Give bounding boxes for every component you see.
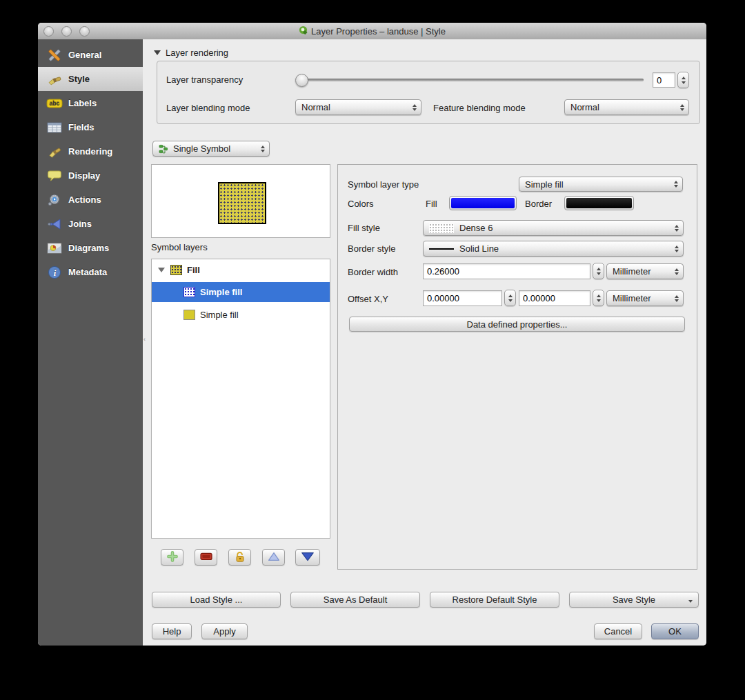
apply-button[interactable]: Apply <box>201 623 248 639</box>
symbol-layer-type-label: Symbol layer type <box>348 179 419 190</box>
border-style-select[interactable]: Solid Line <box>423 241 684 257</box>
window-title: Layer Properties – landuse | Style <box>311 26 446 37</box>
border-width-unit-value: Millimeter <box>613 266 651 277</box>
sidebar-item-diagrams[interactable]: Diagrams <box>38 236 143 260</box>
offset-unit-value: Millimeter <box>613 293 651 303</box>
fields-icon <box>46 120 63 135</box>
border-color-button[interactable] <box>564 196 634 210</box>
sidebar-item-label: General <box>68 50 101 60</box>
select-arrows-icon <box>680 104 684 111</box>
move-layer-down-button[interactable] <box>295 549 320 566</box>
save-style-button[interactable]: Save Style <box>569 592 699 608</box>
layer-transparency-input[interactable] <box>653 72 675 88</box>
offset-x-input[interactable] <box>423 290 502 306</box>
sidebar-item-metadata[interactable]: i Metadata <box>38 260 143 284</box>
symbol-layers-label: Symbol layers <box>151 242 208 252</box>
renderer-value: Single Symbol <box>173 143 230 154</box>
layer-rendering-title: Layer rendering <box>166 48 228 58</box>
select-arrows-icon <box>674 181 678 188</box>
feature-blending-mode-select[interactable]: Normal <box>564 99 689 115</box>
sidebar-item-joins[interactable]: Joins <box>38 212 143 236</box>
fill-style-value: Dense 6 <box>459 223 493 233</box>
style-page: Layer rendering Layer transparency Layer… <box>143 39 706 646</box>
lock-symbol-layer-button[interactable] <box>228 549 251 566</box>
fill-symbol-swatch <box>170 265 182 275</box>
layer-transparency-slider[interactable] <box>296 79 644 81</box>
offset-x-stepper[interactable] <box>504 290 516 306</box>
layer-rendering-header[interactable]: Layer rendering <box>154 48 228 58</box>
layer-transparency-stepper[interactable] <box>677 72 689 88</box>
apply-label: Apply <box>213 626 236 637</box>
joins-icon <box>46 217 63 232</box>
select-arrows-icon <box>675 225 679 232</box>
layer-transparency-label: Layer transparency <box>166 74 243 85</box>
layer-rendering-group: Layer transparency Layer blending mode N… <box>157 61 700 124</box>
renderer-select[interactable]: Single Symbol <box>152 141 270 157</box>
symbol-layer-properties-panel: Symbol layer type Simple fill Colors Fil… <box>337 164 697 570</box>
metadata-icon: i <box>46 265 63 280</box>
solid-line-icon <box>429 248 454 250</box>
border-color-chip <box>566 198 632 208</box>
sidebar-item-style[interactable]: Style <box>38 67 143 91</box>
cancel-button[interactable]: Cancel <box>594 623 642 639</box>
add-symbol-layer-button[interactable] <box>161 549 183 566</box>
lock-open-icon <box>234 550 246 565</box>
sidebar-item-fields[interactable]: Fields <box>38 115 143 139</box>
tree-row-label: Simple fill <box>200 287 242 297</box>
select-arrows-icon <box>413 104 417 111</box>
sidebar-item-labels[interactable]: abc Labels <box>38 91 143 115</box>
collapse-arrow-icon[interactable] <box>154 50 161 55</box>
layer-transparency-slider-handle[interactable] <box>295 74 308 87</box>
panel-resize-handle[interactable]: ‹ <box>143 336 146 343</box>
sidebar: General Style abc Labels Fields Renderin… <box>38 39 143 646</box>
simple-fill-swatch-yellow <box>183 310 195 320</box>
sidebar-item-label: Rendering <box>68 146 112 157</box>
style-icon <box>46 72 63 87</box>
data-defined-properties-button[interactable]: Data defined properties... <box>349 317 685 332</box>
border-width-stepper[interactable] <box>593 263 604 279</box>
sidebar-item-display[interactable]: Display <box>38 163 143 188</box>
single-symbol-icon <box>159 144 168 154</box>
sidebar-item-rendering[interactable]: Rendering <box>38 139 143 163</box>
tree-row-simple-fill-2[interactable]: Simple fill <box>152 305 330 324</box>
symbol-layer-type-select[interactable]: Simple fill <box>519 177 683 192</box>
tree-expand-icon[interactable] <box>158 268 165 272</box>
symbol-layers-tree: Fill Simple fill Simple fill <box>151 259 330 539</box>
ok-button[interactable]: OK <box>651 623 699 639</box>
sidebar-item-label: Joins <box>68 219 92 229</box>
save-as-default-button[interactable]: Save As Default <box>290 592 420 608</box>
layer-blending-mode-select[interactable]: Normal <box>295 99 421 115</box>
help-button[interactable]: Help <box>152 623 192 639</box>
offset-unit-select[interactable]: Millimeter <box>606 290 684 306</box>
fill-color-button[interactable] <box>449 196 517 210</box>
offset-y-stepper[interactable] <box>593 290 604 306</box>
arrow-down-icon <box>301 552 315 563</box>
sidebar-item-label: Style <box>68 74 90 84</box>
border-width-input[interactable] <box>423 263 590 279</box>
save-style-label: Save Style <box>613 594 655 605</box>
sidebar-item-label: Diagrams <box>68 243 109 253</box>
select-arrows-icon <box>261 146 265 152</box>
layer-blending-mode-label: Layer blending mode <box>166 103 250 113</box>
remove-symbol-layer-button[interactable] <box>195 549 217 566</box>
sidebar-item-actions[interactable]: Actions <box>38 188 143 212</box>
rendering-icon <box>46 144 63 159</box>
offset-y-input[interactable] <box>519 290 590 306</box>
tree-row-label: Simple fill <box>200 310 239 320</box>
tree-row-fill[interactable]: Fill <box>152 261 330 279</box>
fill-style-select[interactable]: Dense 6 <box>423 220 684 236</box>
tree-row-simple-fill-1[interactable]: Simple fill <box>152 282 330 302</box>
border-width-unit-select[interactable]: Millimeter <box>606 263 684 279</box>
border-width-label: Border width <box>348 267 398 277</box>
fill-label: Fill <box>426 199 437 209</box>
arrow-up-icon <box>268 552 280 563</box>
save-as-default-label: Save As Default <box>324 594 388 605</box>
fill-color-chip <box>451 198 515 208</box>
svg-text:i: i <box>54 268 57 277</box>
load-style-button[interactable]: Load Style ... <box>152 592 281 608</box>
restore-default-style-button[interactable]: Restore Default Style <box>430 592 559 608</box>
move-layer-up-button[interactable] <box>262 549 285 566</box>
sidebar-item-general[interactable]: General <box>38 43 143 67</box>
symbol-preview <box>218 182 266 224</box>
title-bar[interactable]: Layer Properties – landuse | Style <box>38 23 706 40</box>
